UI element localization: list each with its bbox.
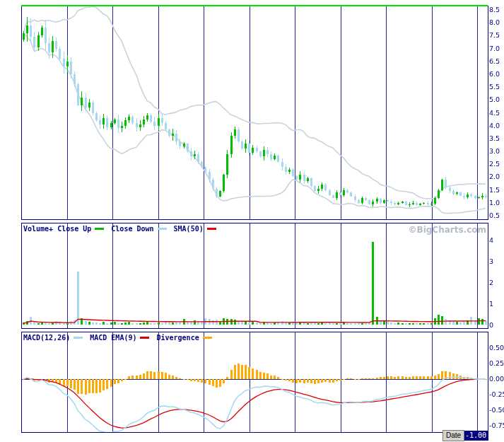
chart-canvas[interactable] — [0, 0, 504, 442]
bigcharts-chart: 8.58.07.57.06.56.05.55.04.54.03.53.02.52… — [0, 0, 504, 442]
